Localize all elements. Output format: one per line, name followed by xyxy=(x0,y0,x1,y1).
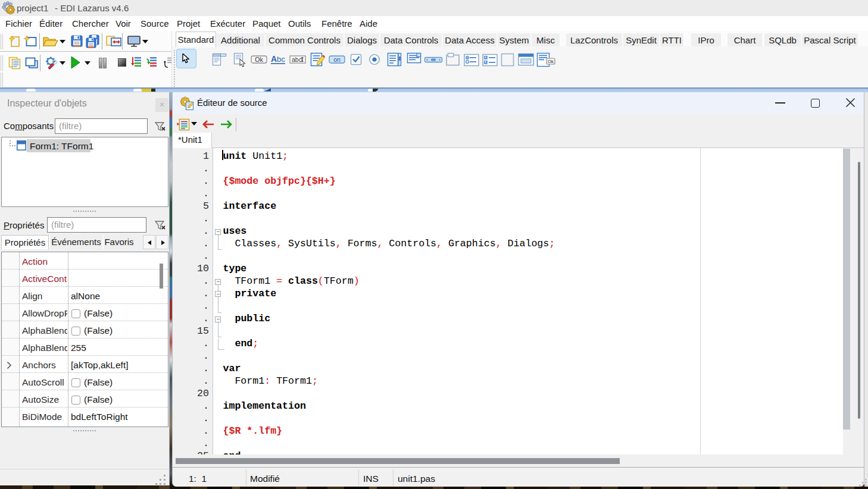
svg-text:Ok: Ok xyxy=(255,56,263,63)
svg-text:bc: bc xyxy=(277,55,285,64)
svg-text:on: on xyxy=(333,56,341,63)
svg-text:A: A xyxy=(271,54,277,64)
svg-text:abc: abc xyxy=(292,56,302,63)
svg-text:Ok: Ok xyxy=(548,59,554,64)
